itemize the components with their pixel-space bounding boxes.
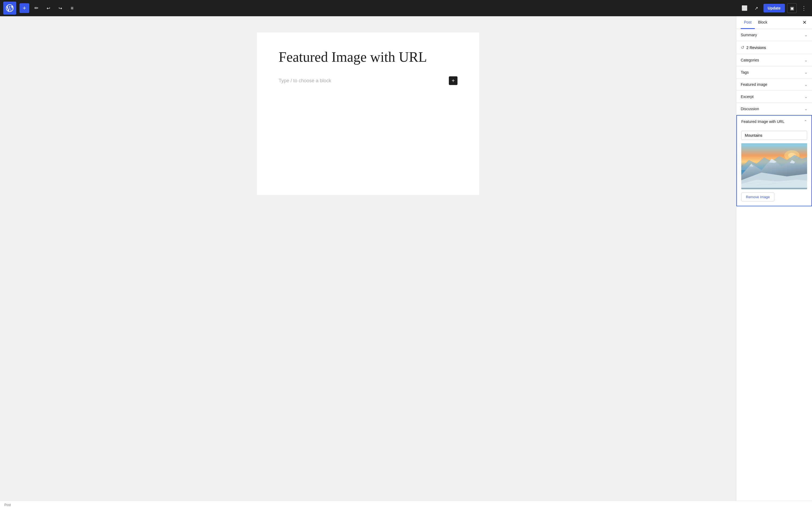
undo-icon: ↩: [46, 6, 50, 11]
panel-featured-image-header[interactable]: Featured image ⌄: [737, 78, 812, 91]
tool-button[interactable]: ✏: [31, 3, 41, 13]
external-link-button[interactable]: ↗: [752, 3, 761, 13]
editor-area: Featured Image with URL Type / to choose…: [0, 16, 736, 501]
revisions-label: 2 Revisions: [746, 45, 766, 50]
panel-featured-url-label: Featured Image with URL: [741, 120, 785, 124]
panel-featured-url-body: Remove Image: [737, 128, 811, 206]
pencil-icon: ✏: [34, 5, 38, 11]
external-link-icon: ↗: [754, 6, 758, 11]
panel-tags-header[interactable]: Tags ⌄: [737, 66, 812, 78]
panel-discussion-header[interactable]: Discussion ⌄: [737, 103, 812, 115]
chevron-down-icon-featured: ⌄: [804, 82, 808, 87]
panel-excerpt-header[interactable]: Excerpt ⌄: [737, 91, 812, 103]
remove-image-button[interactable]: Remove Image: [741, 193, 774, 201]
view-icon: ⬜: [742, 5, 748, 11]
panel-excerpt: Excerpt ⌄: [737, 91, 812, 103]
revisions-icon: ↺: [741, 45, 744, 50]
chevron-down-icon-tags: ⌄: [804, 70, 808, 74]
sidebar-toggle-button[interactable]: ▣: [787, 3, 797, 13]
top-toolbar: + ✏ ↩ ↪ ≡ ⬜ ↗ Update ▣ ⋮: [0, 0, 812, 16]
post-title[interactable]: Featured Image with URL: [279, 49, 458, 66]
panel-featured-url-header[interactable]: Featured Image with URL ⌄: [737, 115, 811, 128]
chevron-down-icon-categories: ⌄: [804, 58, 808, 62]
revisions-row[interactable]: ↺ 2 Revisions: [737, 41, 812, 54]
inline-add-block-button[interactable]: +: [449, 76, 458, 85]
chevron-down-icon: ⌄: [804, 33, 808, 37]
panel-summary-header[interactable]: Summary ⌄: [737, 29, 812, 41]
panel-summary: Summary ⌄: [737, 29, 812, 41]
update-button[interactable]: Update: [763, 4, 785, 12]
redo-icon: ↪: [59, 6, 62, 11]
more-options-icon: ⋮: [801, 5, 807, 11]
sidebar-tabs: Post Block ✕: [737, 16, 812, 29]
status-label: Post: [4, 503, 11, 507]
add-block-button[interactable]: +: [20, 3, 29, 13]
panel-featured-image-url: Featured Image with URL ⌄: [737, 115, 812, 206]
chevron-down-icon-discussion: ⌄: [804, 107, 808, 111]
list-view-icon: ≡: [71, 5, 74, 11]
image-url-input[interactable]: [741, 131, 807, 140]
wp-logo[interactable]: [3, 2, 16, 14]
mountain-svg: [741, 143, 807, 189]
chevron-down-icon-excerpt: ⌄: [804, 95, 808, 99]
toolbar-right: ⬜ ↗ Update ▣ ⋮: [740, 3, 809, 13]
panel-tags-label: Tags: [741, 70, 749, 74]
panel-excerpt-label: Excerpt: [741, 95, 753, 99]
block-placeholder[interactable]: Type / to choose a block +: [279, 74, 458, 87]
redo-button[interactable]: ↪: [55, 3, 65, 13]
panel-discussion-label: Discussion: [741, 107, 759, 111]
mountain-image: [741, 143, 807, 189]
panel-categories-label: Categories: [741, 58, 759, 62]
panel-tags: Tags ⌄: [737, 66, 812, 78]
placeholder-text: Type / to choose a block: [279, 78, 331, 84]
status-bar: Post: [0, 501, 812, 509]
panel-categories-header[interactable]: Categories ⌄: [737, 54, 812, 66]
sidebar-toggle-icon: ▣: [790, 6, 794, 11]
panel-categories: Categories ⌄: [737, 54, 812, 66]
undo-button[interactable]: ↩: [43, 3, 53, 13]
editor-content: Featured Image with URL Type / to choose…: [257, 33, 479, 195]
view-button[interactable]: ⬜: [740, 3, 749, 13]
panel-discussion: Discussion ⌄: [737, 103, 812, 115]
more-options-button[interactable]: ⋮: [799, 3, 809, 13]
sidebar: Post Block ✕ Summary ⌄ ↺ 2 Revisions Cat…: [736, 16, 812, 501]
main-layout: Featured Image with URL Type / to choose…: [0, 16, 812, 501]
chevron-up-icon: ⌄: [804, 120, 807, 124]
tab-block[interactable]: Block: [755, 16, 771, 29]
panel-featured-image-label: Featured image: [741, 82, 767, 87]
sidebar-close-button[interactable]: ✕: [802, 16, 808, 29]
tab-post[interactable]: Post: [741, 16, 755, 29]
list-view-button[interactable]: ≡: [67, 3, 77, 13]
panel-featured-image: Featured image ⌄: [737, 78, 812, 91]
panel-summary-label: Summary: [741, 33, 757, 37]
wp-logo-icon: [6, 4, 13, 12]
